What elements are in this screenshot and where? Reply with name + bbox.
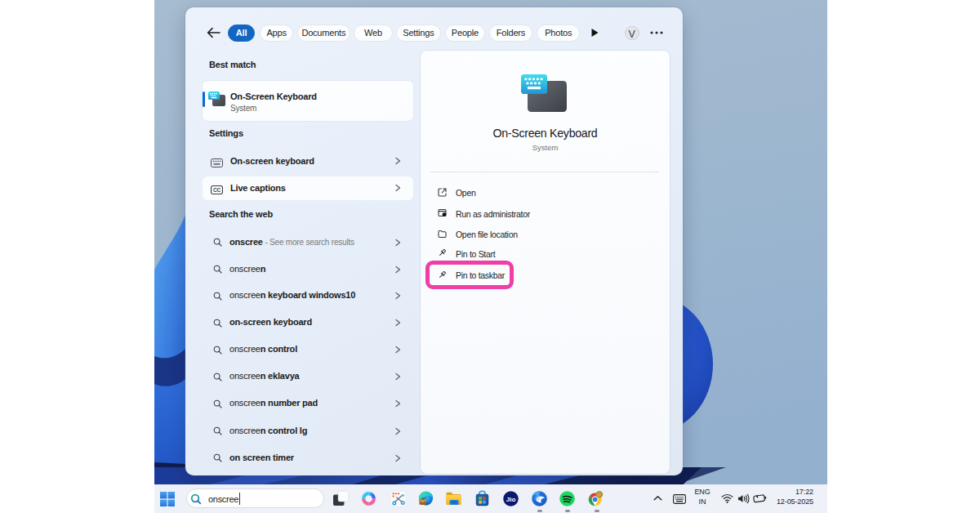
svg-text:Jio: Jio [506,496,516,503]
svg-text:CC: CC [213,187,221,193]
